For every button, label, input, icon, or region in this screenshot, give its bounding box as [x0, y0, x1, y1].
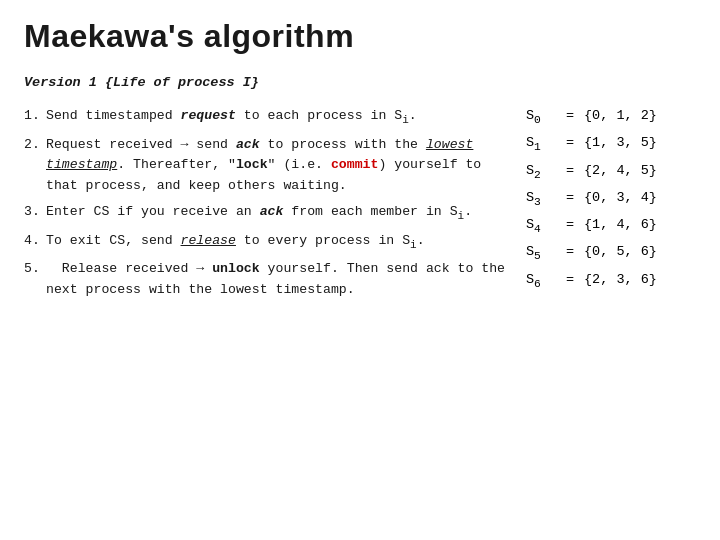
- s-label-5: S5: [526, 241, 556, 265]
- commit-keyword: commit: [331, 157, 378, 172]
- s-sub-3: i: [458, 210, 465, 222]
- table-row-0: S0 = {0, 1, 2}: [526, 105, 696, 129]
- s-sub-4: 4: [534, 223, 541, 235]
- unlock-keyword: unlock: [212, 261, 259, 276]
- step-4: 4. To exit CS, send release to every pro…: [24, 231, 516, 254]
- step-1: 1. Send timestamped request to each proc…: [24, 106, 516, 129]
- lock-keyword: lock: [236, 157, 268, 172]
- eq-3: =: [556, 187, 584, 209]
- eq-0: =: [556, 105, 584, 127]
- s-sub-5: 5: [534, 250, 541, 262]
- step-4-num: 4.: [24, 231, 46, 251]
- table-row-6: S6 = {2, 3, 6}: [526, 269, 696, 293]
- s-sub-1: 1: [534, 141, 541, 153]
- s-sub-0: 0: [534, 114, 541, 126]
- s-label-1: S1: [526, 132, 556, 156]
- page: Maekawa's algorithm Version 1 {Life of p…: [0, 0, 720, 540]
- s-sub-1: i: [402, 114, 409, 126]
- eq-2: =: [556, 160, 584, 182]
- s-val-2: {2, 4, 5}: [584, 160, 657, 182]
- page-title: Maekawa's algorithm: [24, 18, 696, 55]
- s-sub-2: 2: [534, 168, 541, 180]
- version-label: Version 1 {Life of process I}: [24, 73, 516, 94]
- table-row-3: S3 = {0, 3, 4}: [526, 187, 696, 211]
- s-val-6: {2, 3, 6}: [584, 269, 657, 291]
- s-label-0: S0: [526, 105, 556, 129]
- step-5: 5. Release received → unlock yourself. T…: [24, 259, 516, 300]
- step-5-num: 5.: [24, 259, 46, 279]
- step-4-content: To exit CS, send release to every proces…: [46, 231, 516, 254]
- eq-1: =: [556, 132, 584, 154]
- content-area: Version 1 {Life of process I} 1. Send ti…: [24, 73, 696, 522]
- table-row-5: S5 = {0, 5, 6}: [526, 241, 696, 265]
- sets-table: S0 = {0, 1, 2} S1 = {1, 3, 5} S2 = {2, 4…: [526, 73, 696, 522]
- request-keyword: request: [181, 108, 236, 123]
- s-val-3: {0, 3, 4}: [584, 187, 657, 209]
- s-label-4: S4: [526, 214, 556, 238]
- step-5-content: Release received → unlock yourself. Then…: [46, 259, 516, 300]
- eq-6: =: [556, 269, 584, 291]
- eq-5: =: [556, 241, 584, 263]
- s-label-3: S3: [526, 187, 556, 211]
- step-2: 2. Request received → send ack to proces…: [24, 135, 516, 196]
- step-3: 3. Enter CS if you receive an ack from e…: [24, 202, 516, 225]
- step-1-content: Send timestamped request to each process…: [46, 106, 516, 129]
- table-row-2: S2 = {2, 4, 5}: [526, 160, 696, 184]
- s-sub-3: 3: [534, 195, 541, 207]
- step-3-num: 3.: [24, 202, 46, 222]
- ack-keyword-3: ack: [260, 204, 284, 219]
- release-keyword: release: [181, 233, 236, 248]
- main-text: Version 1 {Life of process I} 1. Send ti…: [24, 73, 516, 522]
- ack-keyword-2: ack: [236, 137, 260, 152]
- step-2-content: Request received → send ack to process w…: [46, 135, 516, 196]
- eq-4: =: [556, 214, 584, 236]
- step-2-num: 2.: [24, 135, 46, 155]
- s-sub-6: 6: [534, 277, 541, 289]
- s-val-1: {1, 3, 5}: [584, 132, 657, 154]
- s-label-6: S6: [526, 269, 556, 293]
- step-1-num: 1.: [24, 106, 46, 126]
- s-val-0: {0, 1, 2}: [584, 105, 657, 127]
- s-label-2: S2: [526, 160, 556, 184]
- s-val-4: {1, 4, 6}: [584, 214, 657, 236]
- step-3-content: Enter CS if you receive an ack from each…: [46, 202, 516, 225]
- table-row-1: S1 = {1, 3, 5}: [526, 132, 696, 156]
- s-sub-4: i: [410, 238, 417, 250]
- s-val-5: {0, 5, 6}: [584, 241, 657, 263]
- table-row-4: S4 = {1, 4, 6}: [526, 214, 696, 238]
